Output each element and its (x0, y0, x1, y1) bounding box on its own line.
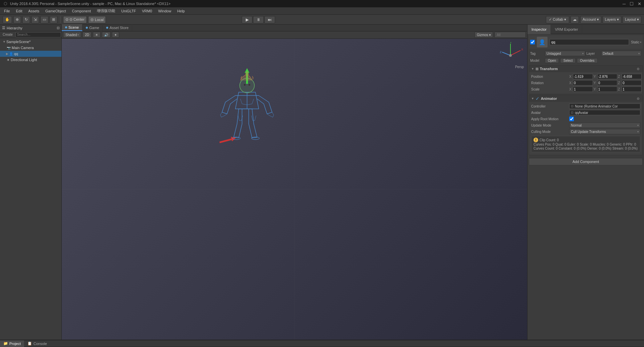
maincamera-label: Main Camera (12, 46, 34, 50)
scale-z-input[interactable] (622, 86, 642, 92)
rotation-y-input[interactable] (597, 80, 617, 85)
svg-text:Z: Z (500, 50, 502, 54)
transform-settings-icon[interactable]: ⚙ (636, 67, 640, 71)
menu-vrm0[interactable]: VRM0 (139, 8, 155, 14)
gizmos-button[interactable]: Gizmos ▾ (474, 32, 493, 38)
menu-file[interactable]: File (1, 8, 13, 14)
menu-gameobject[interactable]: GameObject (43, 8, 69, 14)
scene-search-input[interactable] (497, 33, 523, 37)
rotation-x-input[interactable] (573, 80, 593, 85)
hierarchy-item-qq[interactable]: ▶ 👤 qq (0, 51, 61, 57)
2d-button[interactable]: 2D (82, 32, 91, 38)
position-z-input[interactable] (622, 74, 642, 79)
close-button[interactable]: ✕ (638, 1, 641, 6)
layer-label: Layer (587, 52, 600, 55)
select-button[interactable]: Select (560, 58, 576, 63)
static-dropdown-arrow: ▾ (640, 41, 641, 44)
animator-header[interactable]: ▼ ✓ Animator ⚙ (529, 95, 642, 102)
menu-edit[interactable]: Edit (13, 8, 25, 14)
tag-dropdown[interactable]: Untagged ▾ (545, 51, 585, 56)
step-button[interactable]: ⏭ (264, 16, 275, 23)
hierarchy-create-button[interactable]: Create (1, 32, 14, 37)
object-name-input[interactable] (550, 39, 629, 45)
hierarchy-item-maincamera[interactable]: 📷 Main Camera (0, 45, 61, 51)
menu-help[interactable]: Help (175, 8, 188, 14)
title-bar: ⬡ Unity 2018.4.30f1 Personal - SampleSce… (0, 0, 644, 7)
scene-gizmo[interactable]: X Y Z Persp (497, 42, 524, 69)
scene-search-button[interactable] (494, 32, 526, 38)
scale-z-field: Z (618, 86, 642, 92)
menu-assets[interactable]: Assets (26, 8, 42, 14)
apply-root-motion-checkbox[interactable] (569, 117, 574, 121)
overrides-button[interactable]: Overrides (577, 58, 597, 63)
tab-scene[interactable]: Scene (62, 24, 82, 31)
account-button[interactable]: Account ▾ (580, 16, 601, 23)
shading-mode-button[interactable]: Shaded ▾ (63, 32, 81, 38)
add-component-button[interactable]: Add Component (529, 158, 643, 165)
local-button[interactable]: ◎ Local (88, 16, 106, 23)
tab-vrm-exporter[interactable]: VRM Exporter (551, 25, 582, 34)
hand-tool-button[interactable]: ✋ (3, 16, 12, 23)
animator-settings-icon[interactable]: ⚙ (636, 97, 640, 101)
menu-component[interactable]: Component (69, 8, 93, 14)
animator-title: Animator (541, 97, 635, 101)
tab-asset-store[interactable]: Asset Store (103, 24, 132, 31)
hierarchy-item-samplescene[interactable]: ▼ SampleScene* (0, 39, 61, 45)
avatar-ref[interactable]: ⊡ qqAvatar (569, 110, 640, 115)
scale-y-input[interactable] (597, 86, 617, 92)
layout-button[interactable]: Layout ▾ (623, 16, 641, 23)
audio-button[interactable]: 🔊 (102, 32, 111, 38)
assetstore-dot (106, 27, 108, 29)
directionallight-label: Directional Light (11, 58, 37, 62)
cloud-button[interactable]: ☁ (571, 16, 579, 23)
tab-inspector[interactable]: Inspector (527, 25, 551, 34)
tab-project[interactable]: 📁 Project (0, 340, 24, 347)
tab-console[interactable]: 📋 Console (24, 340, 50, 347)
menu-enhanced[interactable]: 增强版功能 (94, 8, 118, 14)
rect-tool-button[interactable]: ▭ (40, 16, 48, 23)
shading-dropdown-arrow: ▾ (77, 33, 79, 36)
transform-header[interactable]: ▼ ⊞ Transform ⚙ (529, 65, 642, 72)
tab-game[interactable]: Game (82, 24, 103, 31)
transform-tool-button[interactable]: ⊞ (50, 16, 57, 23)
scene-dot (65, 26, 67, 28)
lighting-button[interactable]: ☀ (93, 32, 100, 38)
svg-point-10 (244, 84, 246, 86)
scale-x-input[interactable] (573, 86, 593, 92)
controller-ref[interactable]: ⊡ None (Runtime Animator Cor (569, 104, 640, 109)
collab-button[interactable]: ✓ Collab ▾ (546, 16, 569, 23)
avatar-label: Avatar (531, 111, 568, 115)
minimize-button[interactable]: ─ (623, 1, 626, 6)
position-x-input[interactable] (573, 74, 593, 79)
layers-button[interactable]: Layers ▾ (603, 16, 621, 23)
maximize-button[interactable]: ☐ (630, 1, 634, 6)
bottom-area: 📁 Project 📋 Console Create ▾ Assets › 丘兵… (0, 340, 644, 347)
pause-button[interactable]: ⏸ (253, 16, 264, 23)
center-button[interactable]: ⊙ ⊙ Center (63, 16, 87, 23)
play-button[interactable]: ▶ (242, 16, 252, 23)
move-tool-button[interactable]: ⊕ (13, 16, 21, 23)
scale-x-label: X (569, 88, 573, 91)
tag-value: Untagged (547, 52, 561, 55)
persp-label[interactable]: Persp (515, 65, 524, 69)
rotation-z-input[interactable] (622, 80, 642, 85)
scene-tabs: Scene Game Asset Store (62, 25, 527, 31)
position-y-input[interactable] (597, 74, 617, 79)
avatar-ref-icon: ⊡ (571, 111, 574, 114)
layer-dropdown[interactable]: Default ▾ (601, 51, 642, 56)
menu-unigltf[interactable]: UniGLTF (119, 8, 139, 14)
update-mode-arrow: ▾ (637, 124, 639, 127)
update-mode-dropdown[interactable]: Normal ▾ (569, 123, 640, 128)
culling-mode-dropdown[interactable]: Cull Update Transforms ▾ (569, 129, 640, 134)
object-active-checkbox[interactable] (530, 40, 535, 44)
hierarchy-search-input[interactable] (15, 32, 61, 37)
rotate-tool-button[interactable]: ↻ (22, 16, 30, 23)
vfx-button[interactable]: ✦ (112, 32, 119, 38)
scale-xyz: X Y Z (569, 86, 642, 92)
menu-window[interactable]: Window (156, 8, 174, 14)
hierarchy-item-directionallight[interactable]: ☀ Directional Light (0, 57, 61, 63)
open-button[interactable]: Open (545, 58, 559, 63)
scale-tool-button[interactable]: ⇲ (31, 16, 39, 23)
title-bar-controls: ─ ☐ ✕ (623, 1, 641, 6)
transform-arrow-icon: ▼ (531, 67, 534, 70)
